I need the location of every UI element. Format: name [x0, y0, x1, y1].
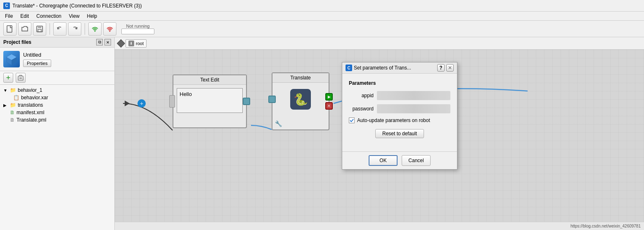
status-bar-widget: [121, 29, 154, 34]
redo-btn[interactable]: [68, 22, 81, 36]
wifi-btn[interactable]: [88, 22, 102, 36]
toolbar: Not running: [0, 21, 644, 37]
set-parameters-dialog: C Set parameters of Trans... ? ✕ Paramet…: [342, 62, 457, 170]
save-btn[interactable]: [33, 22, 46, 36]
svg-point-5: [109, 30, 111, 31]
disconnect-btn[interactable]: [103, 22, 116, 36]
menu-file[interactable]: File: [2, 12, 16, 20]
folder-icon-behavior1: 📁: [10, 87, 16, 93]
svg-rect-3: [38, 29, 41, 32]
auto-update-label: Auto-update parameters on robot: [357, 117, 430, 123]
sidebar-header: Project files ⧉ ✕: [0, 37, 114, 48]
tree-item-manifest[interactable]: 🗎 manifest.xml: [0, 109, 114, 116]
dialog-help-btn[interactable]: ?: [437, 64, 445, 72]
folder-icon-translations: 📁: [10, 102, 16, 108]
file-tree: ▼ 📁 behavior_1 📋 behavior.xar ▶ 📁 transl…: [0, 85, 114, 230]
sidebar-controls: ⧉ ✕: [96, 39, 111, 46]
tree-arrow-translations: ▶: [3, 103, 8, 108]
status-url: https://blog.csdn.net/weixin_42609781: [571, 224, 641, 228]
tree-label-manifest: manifest.xml: [17, 110, 44, 115]
menu-help[interactable]: Help: [84, 12, 101, 20]
file-icon-manifest: 🗎: [10, 110, 15, 115]
sidebar-actions: +: [0, 71, 114, 85]
reset-default-button[interactable]: Reset to default: [375, 129, 424, 138]
password-field: password: [349, 104, 450, 113]
canvas-area: ⬇ root + Text Edit: [115, 37, 644, 230]
properties-button[interactable]: Properties: [23, 60, 51, 67]
project-info: Untitled Properties: [23, 52, 51, 67]
svg-point-4: [95, 30, 96, 31]
svg-rect-0: [7, 26, 12, 32]
root-label: root: [136, 41, 144, 46]
appid-label: appid: [349, 93, 374, 98]
file-icon-translatepml: 🗎: [10, 117, 15, 123]
sidebar-float-btn[interactable]: ⧉: [96, 39, 103, 46]
status-area: Not running: [121, 24, 154, 34]
tree-item-behaviorxar[interactable]: 📋 behavior.xar: [0, 94, 114, 101]
project-name: Untitled: [23, 52, 51, 58]
tree-label-translatepml: Translate.pml: [17, 117, 46, 123]
sidebar: Project files ⧉ ✕ Untitled Properties: [0, 37, 115, 230]
delete-file-btn[interactable]: [16, 73, 26, 83]
password-input[interactable]: [377, 104, 450, 113]
root-btn-icon: ⬇: [128, 41, 134, 46]
window-title: Translate* - Choregraphe (Connected to F…: [12, 3, 142, 9]
dialog-app-icon: C: [346, 65, 352, 71]
file-icon-behaviorxar: 📋: [13, 95, 19, 101]
sep2: [85, 23, 85, 35]
root-button[interactable]: ⬇ root: [125, 39, 147, 48]
open-btn[interactable]: [18, 22, 31, 36]
new-btn[interactable]: [3, 22, 17, 36]
project-icon-area: Untitled Properties: [0, 48, 114, 71]
appid-input[interactable]: [377, 91, 450, 100]
main-layout: Project files ⧉ ✕ Untitled Properties: [0, 37, 644, 230]
dialog-title: Set parameters of Trans...: [354, 65, 436, 71]
root-bar: ⬇ root: [115, 37, 644, 50]
dialog-content: Parameters appid password Auto-update pa…: [342, 74, 457, 151]
menu-edit[interactable]: Edit: [17, 12, 32, 20]
password-label: password: [349, 106, 374, 112]
root-diamond-icon: [117, 39, 125, 48]
dialog-footer: OK Cancel: [342, 151, 457, 169]
titlebar: C Translate* - Choregraphe (Connected to…: [0, 0, 644, 12]
status-text: Not running: [126, 24, 150, 29]
app-icon: C: [3, 2, 10, 9]
menu-connection[interactable]: Connection: [33, 12, 65, 20]
ok-button[interactable]: OK: [369, 155, 398, 166]
cancel-button[interactable]: Cancel: [402, 155, 431, 166]
project-cube-icon: [3, 51, 20, 67]
tree-item-translations[interactable]: ▶ 📁 translations: [0, 101, 114, 109]
sep1: [50, 23, 50, 35]
tree-label-translations: translations: [18, 102, 43, 108]
appid-field: appid: [349, 91, 450, 100]
undo-btn[interactable]: [53, 22, 66, 36]
canvas-content[interactable]: + Text Edit Hello Translate 🐍 ▶ ✕: [115, 50, 644, 230]
tree-item-behavior1[interactable]: ▼ 📁 behavior_1: [0, 86, 114, 94]
sidebar-title: Project files: [3, 39, 31, 45]
status-bar: https://blog.csdn.net/weixin_42609781: [115, 222, 644, 230]
dialog-titlebar: C Set parameters of Trans... ? ✕: [342, 62, 457, 74]
menubar: File Edit Connection View Help: [0, 12, 644, 21]
auto-update-row: Auto-update parameters on robot: [349, 117, 450, 123]
tree-label-behaviorxar: behavior.xar: [21, 95, 48, 101]
tree-arrow-behavior1: ▼: [3, 88, 8, 93]
add-file-btn[interactable]: +: [3, 73, 13, 83]
sidebar-close-btn[interactable]: ✕: [104, 39, 111, 46]
menu-view[interactable]: View: [66, 12, 83, 20]
parameters-section-title: Parameters: [349, 80, 450, 86]
tree-label-behavior1: behavior_1: [18, 87, 42, 93]
dialog-close-btn[interactable]: ✕: [446, 64, 454, 72]
tree-item-translatepml[interactable]: 🗎 Translate.pml: [0, 116, 114, 124]
svg-rect-2: [38, 26, 41, 28]
auto-update-checkbox[interactable]: [349, 117, 355, 123]
